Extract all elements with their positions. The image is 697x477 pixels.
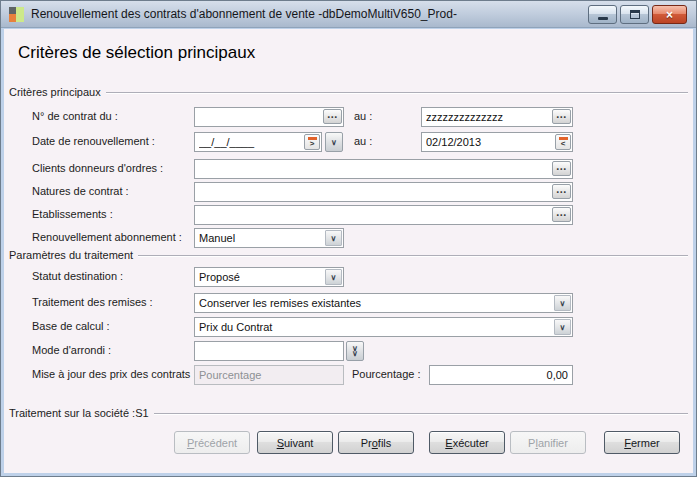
discounts-combobox[interactable]: Conserver les remises existantes ∨ xyxy=(194,293,573,313)
minimize-icon xyxy=(598,17,608,20)
renewal-date-dropdown-button[interactable]: ∨ xyxy=(325,132,343,152)
group-divider xyxy=(154,413,688,414)
natures-input[interactable] xyxy=(194,182,573,202)
contract-to-label: au : xyxy=(354,110,372,122)
group-company-title: Traitement sur la société :S1 xyxy=(9,407,149,419)
price-update-mode-value: Pourcentage xyxy=(199,369,261,381)
natures-field: … xyxy=(194,182,573,202)
natures-label: Natures de contrat : xyxy=(32,185,129,197)
establishments-input[interactable] xyxy=(194,205,573,225)
restore-button[interactable] xyxy=(620,5,649,24)
rounding-combobox[interactable] xyxy=(194,341,344,361)
renewal-date-field: > xyxy=(194,132,322,152)
chevron-down-icon: ∨ xyxy=(331,140,337,145)
page-title: Critères de sélection principaux xyxy=(18,43,255,63)
app-icon-orange-square xyxy=(9,14,16,22)
natures-browse-button[interactable]: … xyxy=(552,184,571,199)
schedule-button[interactable]: Planifier xyxy=(510,431,586,454)
minimize-button[interactable] xyxy=(588,5,617,24)
group-criteria-title: Critères principaux xyxy=(9,86,101,98)
status-combobox[interactable]: Proposé ∨ xyxy=(194,267,344,287)
discounts-value: Conserver les remises existantes xyxy=(199,297,361,309)
title-bar[interactable]: Renouvellement des contrats d'abonnement… xyxy=(1,1,696,28)
chevron-down-icon: ∨ xyxy=(352,351,358,356)
group-divider xyxy=(106,92,688,93)
contract-from-field: … xyxy=(194,107,344,127)
renewal-date-picker-button[interactable]: > xyxy=(304,134,320,150)
app-icon-green-square xyxy=(16,7,24,22)
app-icon-gray-square xyxy=(9,7,16,14)
chevron-down-icon: ∨ xyxy=(560,301,566,306)
status-dropdown-button[interactable]: ∨ xyxy=(325,269,342,285)
previous-button[interactable]: Précédent xyxy=(174,431,250,454)
contract-to-field: … xyxy=(421,107,573,127)
discounts-dropdown-button[interactable]: ∨ xyxy=(554,295,571,311)
contract-from-input[interactable] xyxy=(194,107,344,127)
window-title: Renouvellement des contrats d'abonnement… xyxy=(31,7,457,21)
renewal-date-to-field: < xyxy=(421,132,573,152)
contract-to-input[interactable] xyxy=(421,107,573,127)
percent-input[interactable] xyxy=(429,365,573,385)
renewal-mode-label: Renouvellement abonnement : xyxy=(32,231,182,243)
rounding-label: Mode d'arrondi : xyxy=(32,344,111,356)
establishments-label: Etablissements : xyxy=(32,208,113,220)
base-combobox[interactable]: Prix du Contrat ∨ xyxy=(194,317,573,337)
renewal-mode-value: Manuel xyxy=(199,232,235,244)
clients-input[interactable] xyxy=(194,159,573,179)
group-treatment-title: Paramètres du traitement xyxy=(9,249,133,261)
base-label: Base de calcul : xyxy=(32,320,110,332)
discounts-label: Traitement des remises : xyxy=(32,296,153,308)
clients-browse-button[interactable]: … xyxy=(552,161,571,176)
chevron-down-icon: ∨ xyxy=(331,236,337,241)
establishments-field: … xyxy=(194,205,573,225)
base-dropdown-button[interactable]: ∨ xyxy=(554,319,571,335)
next-button[interactable]: Suivant xyxy=(257,431,333,454)
renewal-date-to-picker-button[interactable]: < xyxy=(555,134,571,150)
percent-label: Pourcentage : xyxy=(352,368,421,380)
execute-button[interactable]: Exécuter xyxy=(429,431,505,454)
percent-field xyxy=(429,365,573,385)
renewal-mode-combobox[interactable]: Manuel ∨ xyxy=(194,228,344,248)
clients-label: Clients donneurs d'ordres : xyxy=(32,162,163,174)
profiles-button[interactable]: Profils xyxy=(338,431,414,454)
contract-from-label: N° de contrat du : xyxy=(32,110,118,122)
price-update-mode-field: Pourcentage xyxy=(194,365,344,385)
status-label: Statut destination : xyxy=(32,270,123,282)
price-update-label: Mise à jour des prix des contrats : xyxy=(32,368,196,380)
clients-field: … xyxy=(194,159,573,179)
close-button[interactable]: × xyxy=(652,5,687,24)
dialog-body: Critères de sélection principaux Critère… xyxy=(1,29,696,476)
renewal-date-label: Date de renouvellement : xyxy=(32,135,155,147)
rounding-expand-button[interactable]: ∨ ∨ xyxy=(346,341,364,361)
chevron-down-icon: ∨ xyxy=(331,275,337,280)
close-icon: × xyxy=(666,9,673,21)
restore-icon xyxy=(630,10,640,19)
status-value: Proposé xyxy=(199,271,240,283)
chevron-down-icon: ∨ xyxy=(560,325,566,330)
group-divider xyxy=(138,255,688,256)
group-company-header: Traitement sur la société :S1 xyxy=(9,406,688,420)
chevron-left-icon: < xyxy=(561,141,566,147)
contract-from-browse-button[interactable]: … xyxy=(323,109,342,124)
renewal-date-to-input[interactable] xyxy=(421,132,573,152)
window-controls: × xyxy=(588,5,687,24)
establishments-browse-button[interactable]: … xyxy=(552,207,571,222)
contract-to-browse-button[interactable]: … xyxy=(552,109,571,124)
dialog-window: Renouvellement des contrats d'abonnement… xyxy=(0,0,697,477)
base-value: Prix du Contrat xyxy=(199,321,272,333)
group-criteria-header: Critères principaux xyxy=(9,85,688,99)
close-dialog-button[interactable]: Fermer xyxy=(604,431,680,454)
renewal-mode-dropdown-button[interactable]: ∨ xyxy=(325,230,342,246)
renewal-date-input[interactable] xyxy=(194,132,322,152)
chevron-right-icon: > xyxy=(310,141,315,147)
group-treatment-header: Paramètres du traitement xyxy=(9,248,688,262)
renewal-date-to-label: au : xyxy=(354,135,372,147)
app-icon xyxy=(9,7,24,22)
